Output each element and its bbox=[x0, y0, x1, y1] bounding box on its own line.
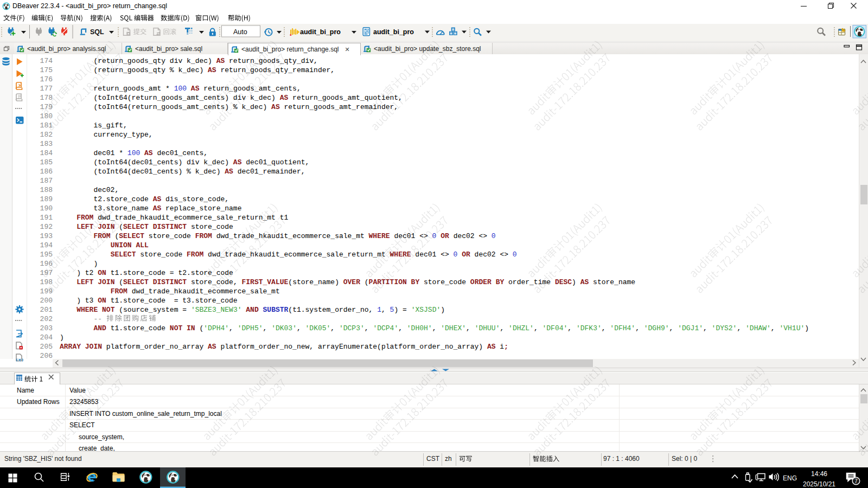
svg-text:7: 7 bbox=[854, 478, 858, 484]
